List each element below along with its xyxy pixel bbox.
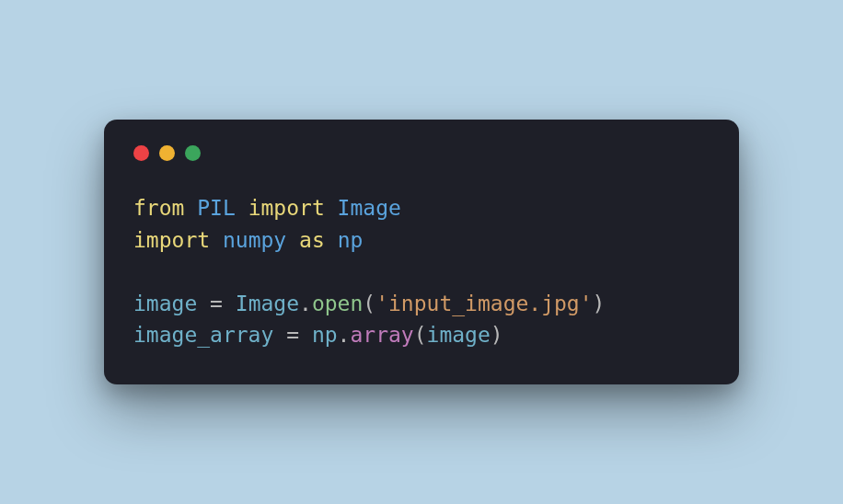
dot: . [338,323,351,347]
func-open: open [312,292,363,315]
arg-image: image [427,323,491,347]
window-titlebar [133,145,710,161]
equals: = [197,292,236,315]
rparen: ) [593,292,606,315]
lparen: ( [363,292,375,315]
module-np-ref: np [312,323,338,347]
module-pil: PIL [197,196,236,220]
code-window: from PIL import Image import numpy as np… [104,120,739,384]
rparen: ) [491,323,503,347]
maximize-icon[interactable] [185,145,201,161]
close-icon[interactable] [133,145,149,161]
string-arg: 'input_image.jpg' [375,292,592,315]
code-block: from PIL import Image import numpy as np… [133,192,710,351]
keyword-import: import [133,228,210,252]
func-array: array [350,323,413,347]
module-image: Image [338,196,401,220]
minimize-icon[interactable] [159,145,175,161]
module-numpy: numpy [223,228,286,252]
var-image: image [133,292,197,315]
var-image-array: image_array [133,323,273,347]
keyword-from: from [133,196,184,220]
keyword-as: as [299,228,325,252]
dot: . [299,292,312,315]
class-image: Image [236,292,299,315]
module-np: np [338,228,364,252]
lparen: ( [414,323,427,347]
equals: = [273,323,312,347]
keyword-import: import [248,196,325,220]
